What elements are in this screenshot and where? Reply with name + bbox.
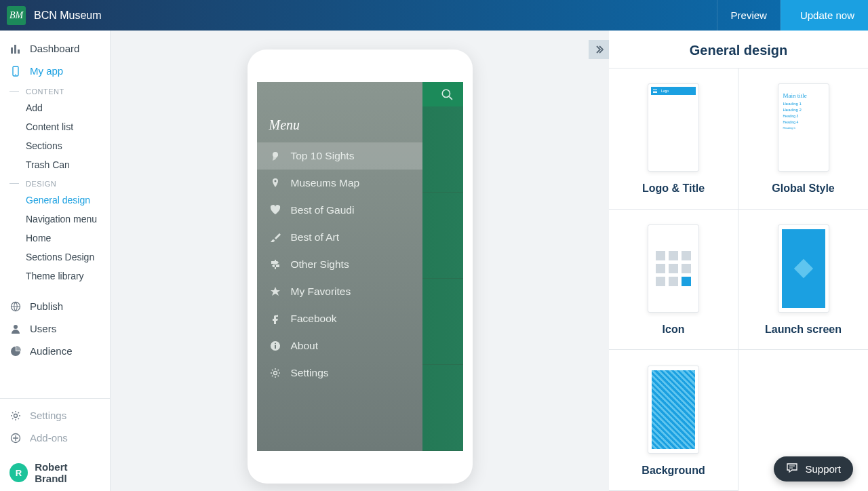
star-icon	[269, 286, 281, 297]
card-background[interactable]: Background	[609, 350, 738, 491]
gear-icon	[269, 368, 281, 378]
svg-rect-2	[18, 50, 20, 54]
nav-theme-library[interactable]: Theme library	[0, 267, 110, 286]
thumb-background	[648, 366, 699, 454]
user-icon	[9, 323, 22, 334]
menu-item-about[interactable]: About	[257, 332, 422, 359]
nav-users[interactable]: Users	[0, 317, 110, 340]
svg-point-9	[442, 90, 450, 97]
svg-point-7	[14, 414, 18, 417]
menu-item-best-of-gaudi[interactable]: Best of Gaudi	[257, 197, 422, 224]
card-global-style[interactable]: Main title Heading 1 Heading 2 Heading 3…	[738, 68, 868, 210]
nav-audience[interactable]: Audience	[0, 340, 110, 362]
avatar: R	[9, 463, 28, 482]
search-icon[interactable]	[437, 85, 456, 104]
sidebar: Dashboard My app CONTENT Add Content lis…	[0, 31, 111, 491]
group-content-label: CONTENT	[0, 82, 110, 98]
panel-title: General design	[609, 31, 868, 68]
nav-add[interactable]: Add	[0, 98, 110, 117]
card-launch-screen[interactable]: Launch screen	[738, 210, 868, 351]
menu-item-best-of-art[interactable]: Best of Art	[257, 224, 422, 251]
gear-icon	[9, 410, 22, 421]
menu-item-top-10-sights[interactable]: Top 10 Sights	[257, 142, 422, 170]
info-icon	[269, 340, 281, 351]
svg-rect-13	[275, 345, 276, 349]
nav-general-design[interactable]: General design	[0, 191, 110, 210]
globe-icon	[9, 301, 22, 312]
nav-trash[interactable]: Trash Can	[0, 155, 110, 174]
nav-content-list[interactable]: Content list	[0, 117, 110, 136]
nav-settings[interactable]: Settings	[0, 404, 110, 427]
dashboard-icon	[9, 43, 22, 54]
menu-item-my-favorites[interactable]: My Favorites	[257, 278, 422, 305]
svg-point-6	[14, 325, 18, 329]
nav-publish[interactable]: Publish	[0, 295, 110, 317]
ribbon-icon	[269, 151, 281, 161]
preview-button[interactable]: Preview	[717, 0, 781, 31]
menu-item-other-sights[interactable]: Other Sights	[257, 251, 422, 278]
menu-panel: Menu Top 10 SightsMuseums MapBest of Gau…	[257, 82, 422, 451]
heart-icon	[269, 205, 281, 216]
svg-rect-0	[11, 47, 13, 54]
facebook-icon	[269, 313, 281, 324]
card-logo-title[interactable]: Logo Logo & Title	[609, 68, 738, 210]
svg-point-11	[274, 180, 276, 182]
nav-my-app[interactable]: My app	[0, 60, 110, 82]
app-selector[interactable]: BCN Museum	[34, 9, 106, 22]
svg-point-15	[273, 372, 277, 375]
nav-navigation-menu[interactable]: Navigation menu	[0, 210, 110, 229]
collapse-panel-button[interactable]	[589, 40, 609, 59]
group-design-label: DESIGN	[0, 174, 110, 191]
pin-icon	[269, 178, 281, 189]
thumb-launch	[778, 224, 829, 313]
signpost-icon	[269, 259, 281, 270]
nav-addons[interactable]: Add-ons	[0, 427, 110, 449]
svg-point-4	[15, 74, 16, 75]
user-name: Robert Brandl	[35, 461, 100, 484]
update-button[interactable]: Update now	[781, 0, 868, 31]
menu-item-museums-map[interactable]: Museums Map	[257, 170, 422, 197]
nav-sections-design[interactable]: Sections Design	[0, 248, 110, 267]
nav-sections[interactable]: Sections	[0, 136, 110, 155]
thumb-style: Main title Heading 1 Heading 2 Heading 3…	[778, 83, 829, 172]
app-name-label: BCN Museum	[34, 9, 102, 22]
phone-icon	[9, 66, 22, 77]
svg-rect-1	[14, 45, 16, 54]
phone-screen: Menu Top 10 SightsMuseums MapBest of Gau…	[257, 82, 463, 451]
support-button[interactable]: Support	[774, 456, 853, 482]
nav-home[interactable]: Home	[0, 229, 110, 248]
nav-dashboard[interactable]: Dashboard	[0, 37, 110, 60]
thumb-icon	[648, 224, 699, 313]
thumb-logo: Logo	[648, 83, 699, 172]
design-panel: General design Logo Logo & Title Main ti…	[609, 31, 868, 491]
svg-point-14	[275, 343, 276, 345]
pie-icon	[9, 346, 22, 357]
chat-icon	[786, 462, 798, 476]
card-icon[interactable]: Icon	[609, 210, 738, 351]
plus-icon	[9, 433, 22, 444]
menu-item-settings[interactable]: Settings	[257, 359, 422, 387]
app-logo: BM	[7, 6, 26, 25]
phone-frame: Menu Top 10 SightsMuseums MapBest of Gau…	[248, 50, 473, 484]
brush-icon	[269, 232, 281, 243]
menu-item-facebook[interactable]: Facebook	[257, 305, 422, 332]
user-row[interactable]: R Robert Brandl	[0, 454, 110, 491]
preview-area: Menu Top 10 SightsMuseums MapBest of Gau…	[111, 31, 609, 491]
